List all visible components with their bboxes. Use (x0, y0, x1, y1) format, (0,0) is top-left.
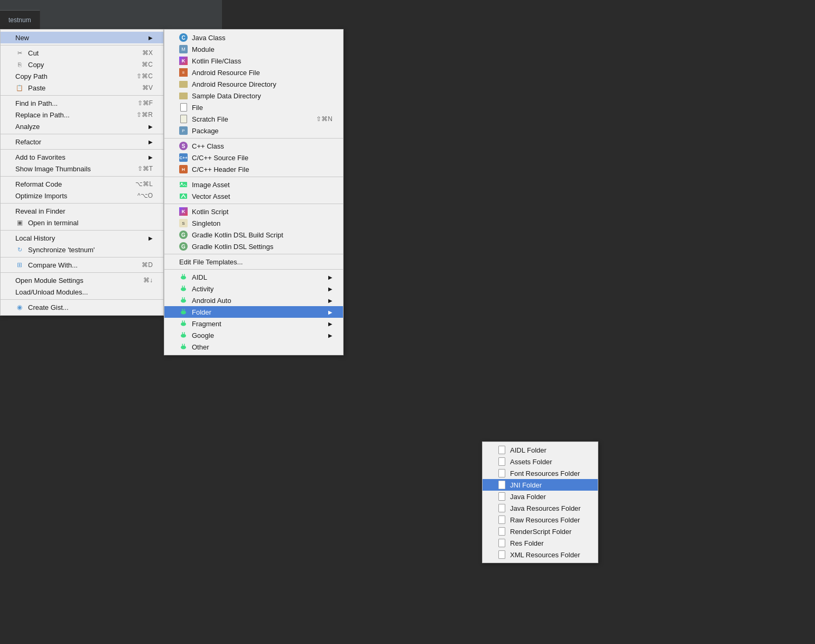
menu-item-open-terminal[interactable]: ▣ Open in terminal (1, 217, 163, 228)
menu-item-compare-with[interactable]: ⊞ Compare With... ⌘D (1, 259, 163, 271)
sample-data-dir-icon (179, 91, 188, 100)
cpp-header-label: C/C++ Header File (192, 165, 332, 173)
menu-item-paste[interactable]: 📋 Paste ⌘V (1, 82, 163, 94)
menu-item-copy[interactable]: ⎘ Copy ⌘C (1, 59, 163, 70)
new-fragment[interactable]: Fragment ▶ (164, 318, 343, 329)
menu-item-copy-path[interactable]: Copy Path ⇧⌘C (1, 70, 163, 82)
aidl-icon (179, 273, 188, 281)
new-image-asset[interactable]: Image Asset (164, 179, 343, 190)
jni-folder-icon (497, 481, 506, 489)
fragment-icon (179, 319, 188, 328)
vector-asset-label: Vector Asset (192, 192, 332, 200)
activity-label: Activity (192, 285, 323, 293)
menu-item-reformat[interactable]: Reformat Code ⌥⌘L (1, 178, 163, 190)
aidl-folder-icon (497, 446, 506, 454)
menu-item-load-label: Load/Unload Modules... (15, 288, 153, 296)
edit-templates-label: Edit File Templates... (179, 258, 332, 266)
aidl-folder-label: AIDL Folder (510, 446, 587, 454)
new-android-resource-file[interactable]: ≡ Android Resource File (164, 67, 343, 78)
menu-item-load-modules[interactable]: Load/Unload Modules... (1, 286, 163, 298)
folder-aidl[interactable]: AIDL Folder (483, 444, 598, 456)
menu-item-module-settings[interactable]: Open Module Settings ⌘↓ (1, 274, 163, 286)
menu-item-optimize-imports[interactable]: Optimize Imports ^⌥O (1, 190, 163, 201)
menu-item-find-in-path[interactable]: Find in Path... ⇧⌘F (1, 97, 163, 109)
folder-assets[interactable]: Assets Folder (483, 456, 598, 467)
new-aidl[interactable]: AIDL ▶ (164, 271, 343, 283)
cpp-source-icon: C++ (179, 153, 188, 162)
menu-item-synchronize[interactable]: ↻ Synchronize 'testnum' (1, 244, 163, 255)
menu-item-refactor[interactable]: Refactor ▶ (1, 136, 163, 148)
new-cpp-header[interactable]: H C/C++ Header File (164, 163, 343, 175)
android-auto-arrow-icon: ▶ (323, 298, 332, 303)
folder-raw-resources[interactable]: Raw Resources Folder (483, 514, 598, 526)
new-gradle-settings[interactable]: G Gradle Kotlin DSL Settings (164, 241, 343, 252)
gradle-build-icon: G (179, 231, 188, 239)
new-cpp-class[interactable]: S C++ Class (164, 140, 343, 152)
svg-point-18 (181, 334, 186, 338)
svg-point-15 (181, 323, 186, 326)
menu-item-image-thumbnails[interactable]: Show Image Thumbnails ⇧⌘T (1, 163, 163, 174)
module-icon: M (179, 45, 188, 53)
new-android-auto[interactable]: Android Auto ▶ (164, 295, 343, 306)
menu-item-module-label: Open Module Settings (15, 277, 127, 284)
separator-6 (1, 203, 163, 204)
java-resources-folder-icon (497, 504, 506, 512)
menu-item-add-favorites[interactable]: Add to Favorites ▶ (1, 151, 163, 163)
menu-item-terminal-label: Open in terminal (28, 219, 153, 227)
jni-folder-label: JNI Folder (510, 481, 587, 489)
menu-item-local-history[interactable]: Local History ▶ (1, 232, 163, 244)
new-kotlin-script[interactable]: K Kotlin Script (164, 206, 343, 217)
folder-font-resources[interactable]: Font Resources Folder (483, 467, 598, 479)
new-activity[interactable]: Activity ▶ (164, 283, 343, 295)
menu-item-replace-in-path[interactable]: Replace in Path... ⇧⌘R (1, 109, 163, 121)
new-sample-data-dir[interactable]: Sample Data Directory (164, 90, 343, 102)
new-scratch-file[interactable]: Scratch File ⇧⌘N (164, 113, 343, 125)
new-file[interactable]: File (164, 102, 343, 113)
fragment-arrow-icon: ▶ (323, 321, 332, 327)
new-module[interactable]: M Module (164, 43, 343, 55)
new-package[interactable]: P Package (164, 125, 343, 136)
folder-res[interactable]: Res Folder (483, 537, 598, 549)
folder-submenu: AIDL Folder Assets Folder Font Resources… (482, 441, 598, 563)
copy-shortcut: ⌘C (126, 61, 153, 68)
folder-renderscript[interactable]: RenderScript Folder (483, 526, 598, 537)
image-asset-label: Image Asset (192, 181, 332, 189)
new-edit-templates[interactable]: Edit File Templates... (164, 256, 343, 268)
menu-item-optimize-label: Optimize Imports (15, 192, 122, 200)
android-auto-icon (179, 296, 188, 305)
new-singleton[interactable]: S Singleton (164, 217, 343, 229)
menu-item-analyze[interactable]: Analyze ▶ (1, 121, 163, 132)
svg-rect-23 (184, 344, 185, 346)
folder-java-resources[interactable]: Java Resources Folder (483, 502, 598, 514)
scratch-shortcut: ⇧⌘N (300, 115, 332, 123)
terminal-icon: ▣ (15, 218, 24, 227)
menu-item-cut[interactable]: ✂ Cut ⌘X (1, 47, 163, 59)
new-other[interactable]: Other (164, 341, 343, 353)
folder-java[interactable]: Java Folder (483, 491, 598, 502)
new-cpp-source[interactable]: C++ C/C++ Source File (164, 152, 343, 163)
favorites-arrow-icon: ▶ (143, 154, 153, 160)
menu-item-replace-label: Replace in Path... (15, 111, 121, 119)
menu-item-compare-label: Compare With... (28, 261, 126, 269)
new-android-resource-dir[interactable]: Android Resource Directory (164, 78, 343, 90)
thumbnails-shortcut: ⇧⌘T (122, 165, 153, 172)
menu-item-create-gist[interactable]: ◉ Create Gist... (1, 301, 163, 313)
new-kotlin-class[interactable]: K Kotlin File/Class (164, 55, 343, 67)
menu-item-reveal-finder[interactable]: Reveal in Finder (1, 205, 163, 217)
new-vector-asset[interactable]: Vector Asset (164, 190, 343, 202)
menu-item-new[interactable]: New ▶ (1, 32, 163, 43)
folder-jni[interactable]: JNI Folder (483, 479, 598, 491)
new-gradle-build[interactable]: G Gradle Kotlin DSL Build Script (164, 229, 343, 241)
folder-xml-resources[interactable]: XML Resources Folder (483, 549, 598, 560)
primary-menu: New ▶ ✂ Cut ⌘X ⎘ Copy ⌘C Copy Path ⇧⌘C 📋… (0, 29, 164, 316)
copy-path-shortcut: ⇧⌘C (121, 72, 153, 80)
new-folder[interactable]: Folder ▶ (164, 306, 343, 318)
new-java-class[interactable]: C Java Class (164, 32, 343, 43)
separator-1 (1, 45, 163, 45)
java-folder-icon (497, 492, 506, 501)
android-res-file-icon: ≡ (179, 68, 188, 77)
editor-tab[interactable]: testnum (0, 10, 40, 29)
svg-point-21 (181, 346, 186, 349)
new-google[interactable]: Google ▶ (164, 329, 343, 341)
renderscript-folder-label: RenderScript Folder (510, 528, 587, 536)
